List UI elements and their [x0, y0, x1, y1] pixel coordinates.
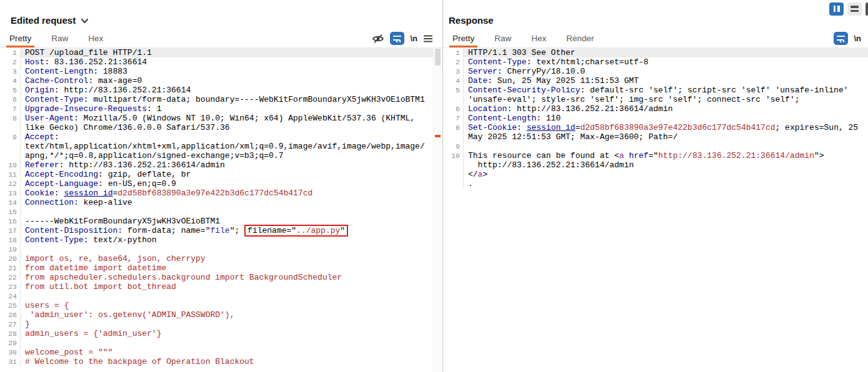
code-text: Host: 83.136.252.21:36614: [21, 57, 434, 67]
code-line[interactable]: 14Connection: keep-alive: [0, 198, 434, 207]
code-line[interactable]: 10This resource can be found at <a href=…: [443, 151, 868, 160]
code-line[interactable]: 5Content-Security-Policy: default-src 's…: [443, 86, 868, 95]
code-text: Accept-Encoding: gzip, deflate, br: [21, 170, 434, 179]
code-line[interactable]: 11Accept-Encoding: gzip, deflate, br: [0, 170, 434, 179]
response-editor[interactable]: 1HTTP/1.1 303 See Other2Content-Type: te…: [443, 48, 868, 372]
request-tab-hex[interactable]: Hex: [85, 31, 106, 47]
request-tab-pretty[interactable]: Pretty: [6, 31, 34, 47]
code-line[interactable]: 3Content-Length: 18883: [0, 67, 434, 76]
code-segment: : http://83.136.252.21:36614: [54, 86, 191, 95]
scrollbar-thumb[interactable]: [435, 49, 441, 66]
pause-button[interactable]: [829, 2, 844, 16]
word-wrap-button[interactable]: [834, 32, 848, 45]
chevron-down-icon[interactable]: [81, 18, 89, 24]
code-line[interactable]: 8Set-Cookie: session_id=d2d58bf683890a3e…: [443, 123, 868, 132]
response-tab-render[interactable]: Render: [563, 31, 597, 47]
code-line[interactable]: 9Accept:: [0, 132, 434, 142]
code-line[interactable]: </a>: [443, 170, 868, 179]
line-number: 15: [0, 207, 21, 217]
code-line[interactable]: 1POST /upload_file HTTP/1.1: [0, 48, 434, 57]
code-line[interactable]: 2Content-Type: text/html;charset=utf-8: [443, 57, 868, 67]
code-line[interactable]: 6Location: http://83.136.252.21:36614/ad…: [443, 104, 868, 114]
newline-toggle[interactable]: \n: [854, 34, 861, 43]
response-tab-raw[interactable]: Raw: [491, 31, 514, 47]
code-text: Accept:: [21, 132, 434, 142]
code-segment: Cookie: [25, 188, 54, 198]
code-line[interactable]: 20import os, re, base64, json, cherrypy: [0, 254, 434, 263]
code-text: .: [464, 179, 868, 188]
line-number: [443, 179, 464, 188]
code-line[interactable]: 16------WebKitFormBoundaryX5jwKH3vOEioBT…: [0, 217, 434, 226]
response-tab-pretty[interactable]: Pretty: [449, 31, 477, 47]
code-line[interactable]: 31# Welcome to the backpage of Operation…: [0, 357, 434, 366]
code-text: Content-Type: multipart/form-data; bound…: [21, 95, 434, 104]
partial-layout-button[interactable]: [866, 2, 868, 16]
code-line[interactable]: 17Content-Disposition: form-data; name="…: [0, 226, 434, 235]
code-line[interactable]: 8User-Agent: Mozilla/5.0 (Windows NT 10.…: [0, 114, 434, 123]
code-line[interactable]: 29: [0, 338, 434, 348]
code-line[interactable]: .: [443, 179, 868, 188]
code-line[interactable]: 25users = {: [0, 301, 434, 310]
request-panel-title[interactable]: Edited request: [11, 15, 89, 26]
code-line[interactable]: 10Referer: http://83.136.252.21:36614/ad…: [0, 160, 434, 170]
word-wrap-button[interactable]: [390, 32, 404, 45]
code-segment: admin_users = {'admin_user'}: [25, 329, 161, 338]
code-line[interactable]: 13Cookie: session_id=d2d58bf683890a3e97e…: [0, 188, 434, 198]
code-line[interactable]: 5Origin: http://83.136.252.21:36614: [0, 86, 434, 95]
code-line[interactable]: text/html,application/xhtml+xml,applicat…: [0, 142, 434, 151]
code-line[interactable]: May 2025 12:51:53 GMT; Max-Age=3600; Pat…: [443, 132, 868, 142]
rows-layout-button[interactable]: [847, 2, 862, 16]
code-line[interactable]: apng,*/*;q=0.8,application/signed-exchan…: [0, 151, 434, 160]
code-segment: : gzip, deflate, br: [98, 170, 191, 179]
code-line[interactable]: 7Upgrade-Insecure-Requests: 1: [0, 104, 434, 114]
code-line[interactable]: 18Content-Type: text/x-python: [0, 235, 434, 245]
eye-slash-icon[interactable]: [372, 33, 384, 44]
line-number: 30: [0, 348, 21, 357]
code-line[interactable]: 15: [0, 207, 434, 217]
code-line[interactable]: 12Accept-Language: en-US,en;q=0.9: [0, 179, 434, 188]
response-tab-hex[interactable]: Hex: [528, 31, 549, 47]
line-number: 24: [0, 291, 21, 301]
code-segment: Cache-Control: [25, 76, 88, 86]
code-text: HTTP/1.1 303 See Other: [464, 48, 868, 57]
code-segment: welcome_post = """: [25, 348, 112, 357]
code-line[interactable]: 28admin_users = {'admin_user'}: [0, 329, 434, 338]
code-segment: : 1: [147, 104, 161, 114]
newline-toggle[interactable]: \n: [410, 34, 417, 43]
code-line[interactable]: 1HTTP/1.1 303 See Other: [443, 48, 868, 57]
code-line[interactable]: 21from datetime import datetime: [0, 263, 434, 273]
code-line[interactable]: 4Cache-Control: max-age=0: [0, 76, 434, 86]
code-segment: import os, re, base64, json, cherrypy: [25, 254, 206, 263]
code-text: Content-Length: 18883: [21, 67, 434, 76]
code-line[interactable]: 27}: [0, 320, 434, 329]
code-line[interactable]: like Gecko) Chrome/136.0.0.0 Safari/537.…: [0, 123, 434, 132]
request-tab-raw[interactable]: Raw: [48, 31, 71, 47]
code-text: Connection: keep-alive: [21, 198, 434, 207]
code-line[interactable]: 19: [0, 245, 434, 254]
code-line[interactable]: 'unsafe-eval'; style-src 'self'; img-src…: [443, 95, 868, 104]
request-editor[interactable]: 1POST /upload_file HTTP/1.12Host: 83.136…: [0, 48, 434, 372]
code-line[interactable]: 4Date: Sun, 25 May 2025 11:51:53 GMT: [443, 76, 868, 86]
code-segment: file: [210, 226, 229, 235]
hamburger-icon[interactable]: [423, 34, 433, 43]
code-line[interactable]: 9: [443, 142, 868, 151]
code-line[interactable]: 24: [0, 291, 434, 301]
code-segment: apng,*/*;q=0.8,application/signed-exchan…: [25, 151, 283, 160]
code-segment: : en-US,en;q=0.9: [98, 179, 176, 188]
code-line[interactable]: 30welcome_post = """: [0, 348, 434, 357]
code-line[interactable]: 26 'admin_user': os.getenv('ADMIN_PASSWO…: [0, 310, 434, 320]
code-line[interactable]: 22from apscheduler.schedulers.background…: [0, 273, 434, 282]
code-line[interactable]: 23from util.bot import bot_thread: [0, 282, 434, 291]
code-line[interactable]: 2Host: 83.136.252.21:36614: [0, 57, 434, 67]
code-line[interactable]: 7Content-Length: 110: [443, 114, 868, 123]
code-segment: Content-Length: [468, 114, 536, 123]
response-panel: Response PrettyRawHexRender \n 1HTTP/1.1…: [442, 0, 868, 372]
code-line[interactable]: http://83.136.252.21:36614/admin: [443, 160, 868, 170]
line-number: 1: [443, 48, 464, 57]
code-line[interactable]: 6Content-Type: multipart/form-data; boun…: [0, 95, 434, 104]
code-segment: Content-Type: [25, 235, 84, 245]
request-scrollbar[interactable]: [433, 48, 442, 372]
code-line[interactable]: 3Server: CherryPy/18.10.0: [443, 67, 868, 76]
rows-layout-icon: [851, 10, 859, 12]
line-number: 20: [0, 254, 21, 263]
